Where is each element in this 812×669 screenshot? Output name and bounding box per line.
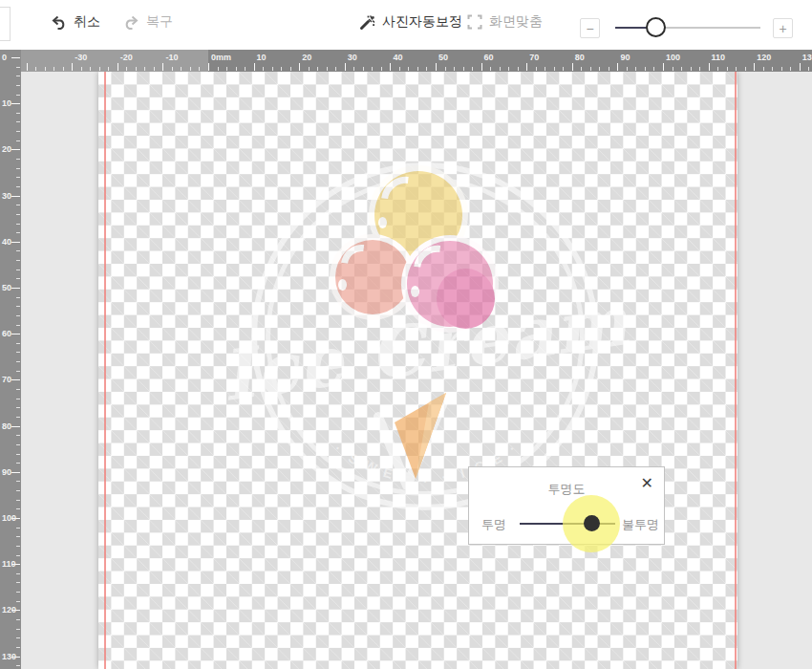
ruler-tick bbox=[663, 63, 664, 71]
ruler-tick bbox=[16, 417, 20, 418]
ruler-tick bbox=[190, 67, 191, 71]
ruler-tick bbox=[16, 665, 20, 666]
ruler-label: 40 bbox=[2, 237, 11, 247]
ruler-tick bbox=[11, 288, 20, 289]
ruler-tick bbox=[445, 67, 446, 71]
ruler-tick bbox=[16, 297, 20, 298]
ruler-tick bbox=[635, 67, 636, 71]
ruler-tick bbox=[299, 63, 300, 71]
ruler-tick bbox=[345, 63, 346, 71]
opacity-panel-title: 투명도 bbox=[469, 481, 664, 498]
redo-button[interactable]: 복구 bbox=[123, 13, 173, 31]
ruler-tick bbox=[236, 67, 237, 71]
ruler-label: 90 bbox=[2, 467, 11, 477]
opacity-panel: 투명도 ✕ 투명 불투명 bbox=[468, 466, 665, 545]
ruler-tick bbox=[16, 205, 20, 205]
ruler-tick bbox=[463, 67, 464, 71]
auto-correct-button[interactable]: 사진자동보정 bbox=[359, 13, 462, 31]
ruler-tick bbox=[16, 76, 20, 76]
zoom-slider[interactable] bbox=[615, 27, 760, 29]
opacity-label-opaque: 불투명 bbox=[622, 516, 659, 533]
opacity-slider-thumb[interactable] bbox=[584, 515, 600, 531]
ruler-tick bbox=[11, 426, 20, 427]
ruler-tick bbox=[554, 67, 555, 71]
ruler-tick bbox=[16, 407, 20, 408]
zoom-out-button[interactable]: − bbox=[580, 18, 600, 38]
ruler-tick bbox=[16, 186, 20, 187]
ruler-tick bbox=[16, 435, 20, 436]
ruler-tick bbox=[699, 67, 700, 71]
ruler-label: 30 bbox=[348, 53, 357, 62]
ruler-tick bbox=[99, 67, 100, 71]
undo-label: 취소 bbox=[74, 13, 100, 31]
ruler-tick bbox=[16, 500, 20, 501]
magic-wand-icon bbox=[359, 14, 375, 31]
ruler-tick bbox=[81, 67, 82, 71]
ruler-tick bbox=[408, 67, 409, 71]
ruler-label: 50 bbox=[438, 53, 448, 62]
ruler-tick bbox=[16, 168, 20, 169]
zoom-in-button[interactable]: + bbox=[773, 18, 793, 38]
ruler-tick bbox=[545, 67, 545, 71]
guide-line-right bbox=[735, 72, 737, 669]
ruler-tick bbox=[16, 67, 20, 68]
ruler-tick bbox=[317, 67, 318, 71]
ruler-tick bbox=[781, 67, 782, 71]
ice-cream-logo[interactable]: ·SWEET·ICE· Ice Cream bbox=[251, 162, 599, 510]
ruler-tick bbox=[381, 67, 382, 71]
ruler-tick bbox=[16, 315, 20, 316]
ruler-tick bbox=[16, 399, 20, 399]
ruler-tick bbox=[754, 63, 755, 71]
ruler-tick bbox=[673, 67, 673, 71]
ruler-tick bbox=[16, 582, 20, 583]
canvas[interactable]: ·SWEET·ICE· Ice Cream bbox=[98, 72, 737, 669]
ruler-tick bbox=[617, 63, 618, 71]
ruler-tick bbox=[16, 177, 20, 178]
ruler-tick bbox=[16, 490, 20, 491]
left-edge-panel[interactable] bbox=[0, 7, 11, 41]
close-button[interactable]: ✕ bbox=[641, 476, 653, 491]
ruler-label: -20 bbox=[120, 53, 133, 62]
ruler-tick bbox=[16, 140, 20, 141]
ruler-tick bbox=[16, 159, 20, 160]
ruler-label: 60 bbox=[484, 53, 494, 62]
close-icon: ✕ bbox=[641, 475, 653, 491]
ruler-tick bbox=[16, 555, 20, 556]
ruler-tick bbox=[11, 103, 20, 104]
ruler-tick bbox=[181, 67, 182, 71]
ruler-tick bbox=[16, 389, 20, 390]
ruler-tick bbox=[335, 67, 336, 71]
ruler-tick bbox=[263, 67, 264, 71]
ruler-tick bbox=[691, 67, 692, 71]
ruler-tick bbox=[526, 63, 527, 71]
undo-button[interactable]: 취소 bbox=[51, 13, 100, 31]
ruler-tick bbox=[353, 67, 354, 71]
ruler-tick bbox=[536, 67, 537, 71]
ruler-tick bbox=[454, 67, 455, 71]
ruler-tick bbox=[16, 546, 20, 547]
ruler-tick bbox=[16, 528, 20, 529]
ruler-tick bbox=[16, 371, 20, 372]
ruler-tick bbox=[11, 149, 20, 150]
ruler-tick bbox=[572, 63, 573, 71]
fit-screen-button[interactable]: 화면맞춤 bbox=[467, 13, 543, 31]
ruler-tick bbox=[11, 379, 20, 380]
ruler-tick bbox=[500, 67, 501, 71]
toolbar: 취소 복구 사진자동보정 bbox=[0, 0, 812, 50]
ruler-label: 70 bbox=[529, 53, 539, 62]
ruler-tick bbox=[16, 278, 20, 279]
ruler-label: 20 bbox=[302, 53, 311, 62]
ruler-tick bbox=[790, 67, 791, 71]
ruler-tick bbox=[772, 67, 773, 71]
ruler-tick bbox=[490, 67, 491, 71]
ruler-tick bbox=[16, 619, 20, 620]
ruler-tick bbox=[136, 67, 137, 71]
ruler-tick bbox=[327, 67, 328, 71]
zoom-slider-thumb[interactable] bbox=[646, 17, 666, 37]
ruler-label: 110 bbox=[2, 559, 16, 569]
ruler-label: 130 bbox=[2, 652, 16, 661]
ruler-tick bbox=[627, 67, 628, 71]
ruler-tick bbox=[399, 67, 400, 71]
undo-icon bbox=[51, 15, 67, 30]
ruler-tick bbox=[63, 67, 64, 71]
